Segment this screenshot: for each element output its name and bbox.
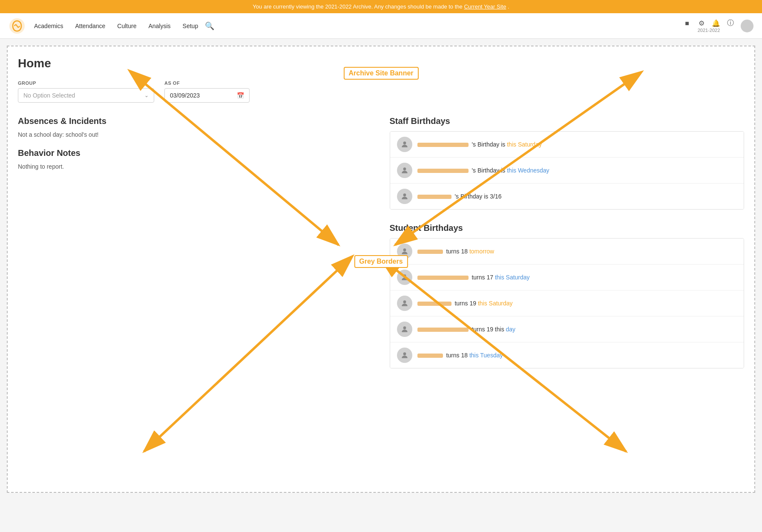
list-item: 's Birthday is this Saturday [390, 132, 744, 158]
birthday-text: turns 17 this Saturday [417, 274, 530, 281]
svg-point-1 [403, 141, 406, 144]
avatar [397, 296, 412, 311]
student-birthday-list: turns 18 tomorrow turns 17 this Saturday [390, 238, 745, 368]
top-nav: Academics Attendance Culture Analysis Se… [0, 13, 762, 39]
main-container: Home GROUP No Option Selected ⌄ AS OF 03… [7, 46, 755, 493]
birthday-text: turns 19 this Saturday [417, 300, 513, 307]
search-icon[interactable]: 🔍 [205, 21, 214, 31]
birthday-date: this Saturday [478, 300, 513, 307]
birthday-text: turns 19 this day [417, 326, 516, 333]
list-item: 's Birthday is 3/16 [390, 184, 744, 209]
group-label: GROUP [18, 81, 154, 86]
nav-attendance[interactable]: Attendance [75, 23, 105, 29]
group-filter: GROUP No Option Selected ⌄ [18, 81, 154, 103]
redacted-name [417, 354, 443, 358]
page-title: Home [18, 57, 744, 70]
calendar-icon: 📅 [237, 92, 244, 99]
right-column: Staff Birthdays 's Birthday is this Satu… [390, 116, 745, 382]
birthday-date: tomorrow [469, 248, 494, 255]
svg-point-5 [403, 274, 406, 277]
svg-point-7 [403, 326, 406, 329]
notification-icon[interactable]: 🔔 [712, 19, 720, 28]
absences-title: Absences & Incidents [18, 116, 373, 126]
as-of-filter: AS OF 03/09/2023 📅 [164, 81, 250, 103]
absences-text: Not a school day: school's out! [18, 131, 373, 138]
svg-point-8 [403, 352, 406, 355]
birthday-date: this Tuesday [469, 352, 503, 359]
nav-links: Academics Attendance Culture Analysis Se… [34, 22, 198, 30]
nav-year-group: ■ ⚙ 🔔 ⓘ 2021-2022 [683, 19, 735, 33]
behavior-title: Behavior Notes [18, 148, 373, 158]
staff-birthday-list: 's Birthday is this Saturday 's Birthday… [390, 131, 745, 210]
staff-birthdays-title: Staff Birthdays [390, 116, 745, 126]
birthday-date: this Wednesday [507, 167, 549, 174]
nav-setup[interactable]: Setup [183, 23, 198, 29]
birthday-text: 's Birthday is 3/16 [417, 193, 502, 200]
avatar [397, 348, 412, 363]
birthday-date: this Saturday [495, 274, 530, 281]
svg-point-2 [403, 167, 406, 170]
birthday-date: this Saturday [507, 141, 542, 148]
archive-banner: You are currently viewing the 2021-2022 … [0, 0, 762, 13]
svg-point-6 [403, 300, 406, 303]
birthday-date: day [506, 326, 516, 333]
help-icon[interactable]: ⓘ [726, 19, 735, 28]
list-item: turns 19 this Saturday [390, 290, 744, 316]
list-item: turns 18 this Tuesday [390, 342, 744, 368]
birthday-date: 3/16 [490, 193, 501, 200]
birthday-text: 's Birthday is this Wednesday [417, 167, 549, 174]
current-year-link[interactable]: Current Year Site [464, 3, 506, 10]
list-item: 's Birthday is this Wednesday [390, 158, 744, 184]
student-birthdays-title: Student Birthdays [390, 223, 745, 233]
group-select-value: No Option Selected [23, 92, 75, 99]
birthday-text: turns 18 this Tuesday [417, 352, 503, 359]
avatar [397, 322, 412, 337]
redacted-name [417, 250, 443, 254]
as-of-label: AS OF [164, 81, 250, 86]
nav-culture[interactable]: Culture [117, 23, 136, 29]
date-picker[interactable]: 03/09/2023 📅 [164, 88, 250, 103]
redacted-name [417, 143, 469, 147]
avatar [397, 270, 412, 285]
behavior-text: Nothing to report. [18, 163, 373, 170]
archive-banner-suffix: . [508, 3, 509, 10]
nav-right: ■ ⚙ 🔔 ⓘ 2021-2022 [683, 19, 753, 33]
avatar [397, 244, 412, 259]
archive-banner-text: You are currently viewing the 2021-2022 … [253, 3, 464, 10]
redacted-name [417, 328, 469, 332]
left-column: Absences & Incidents Not a school day: s… [18, 116, 373, 382]
avatar [397, 189, 412, 204]
year-label: 2021-2022 [698, 28, 720, 33]
nav-analysis[interactable]: Analysis [148, 23, 170, 29]
gear-icon[interactable]: ⚙ [697, 19, 706, 28]
svg-point-3 [403, 193, 406, 196]
list-item: turns 18 tomorrow [390, 239, 744, 265]
redacted-name [417, 195, 451, 199]
redacted-name [417, 302, 451, 306]
redacted-name [417, 169, 469, 173]
svg-point-4 [403, 248, 406, 251]
date-value: 03/09/2023 [170, 92, 200, 99]
redacted-name [417, 276, 469, 280]
birthday-text: turns 18 tomorrow [417, 248, 495, 255]
group-select[interactable]: No Option Selected ⌄ [18, 88, 154, 103]
chevron-down-icon: ⌄ [144, 92, 149, 98]
list-item: turns 19 this day [390, 316, 744, 342]
list-item: turns 17 this Saturday [390, 265, 744, 290]
content-grid: Absences & Incidents Not a school day: s… [18, 116, 744, 382]
user-avatar[interactable] [741, 20, 753, 32]
filters-row: GROUP No Option Selected ⌄ AS OF 03/09/2… [18, 81, 744, 103]
avatar [397, 163, 412, 178]
avatar [397, 137, 412, 152]
logo[interactable] [9, 17, 26, 35]
nav-academics[interactable]: Academics [34, 23, 63, 29]
birthday-text: 's Birthday is this Saturday [417, 141, 542, 148]
stop-icon[interactable]: ■ [683, 19, 691, 28]
